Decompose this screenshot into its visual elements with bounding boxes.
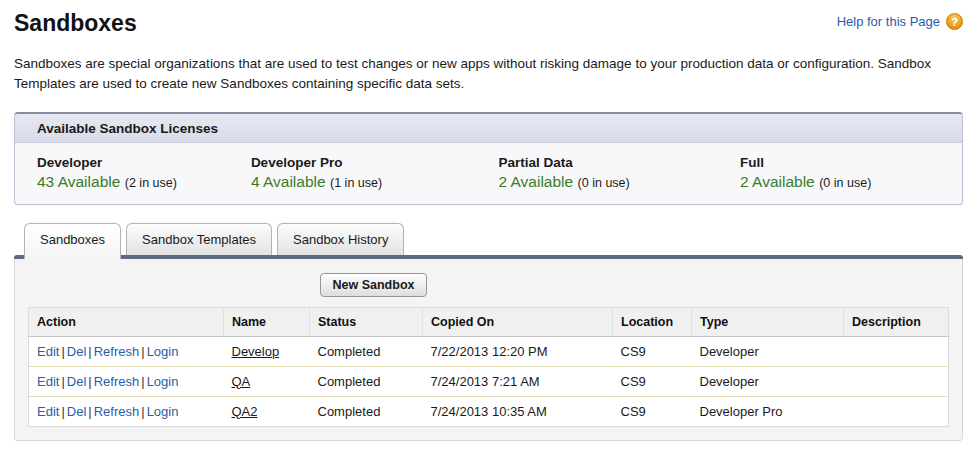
licenses-list: Developer 43 Available (2 in use) Develo… — [15, 143, 962, 204]
refresh-link[interactable]: Refresh — [94, 374, 140, 389]
column-header-action: Action — [29, 307, 224, 336]
column-header-type: Type — [692, 307, 844, 336]
available-licenses-box: Available Sandbox Licenses Developer 43 … — [14, 112, 963, 205]
page-header: Sandboxes Help for this Page ? — [14, 8, 963, 37]
action-cell: Edit|Del|Refresh|Login — [29, 396, 224, 426]
del-link[interactable]: Del — [67, 404, 87, 419]
action-separator: | — [59, 374, 66, 389]
edit-link[interactable]: Edit — [37, 374, 59, 389]
copied-on-cell: 7/24/2013 10:35 AM — [423, 396, 613, 426]
page-title: Sandboxes — [14, 10, 137, 37]
login-link[interactable]: Login — [147, 404, 179, 419]
tab[interactable]: Sandbox Templates — [126, 223, 272, 255]
license-item: Developer 43 Available (2 in use) — [37, 155, 251, 191]
location-cell: CS9 — [613, 366, 692, 396]
copied-on-cell: 7/24/2013 7:21 AM — [423, 366, 613, 396]
license-available-count: 2 Available — [498, 173, 573, 190]
sandbox-name-link[interactable]: QA2 — [232, 404, 258, 419]
licenses-box-title: Available Sandbox Licenses — [15, 114, 962, 143]
location-cell: CS9 — [613, 396, 692, 426]
tab-strip-underline — [14, 255, 963, 259]
action-separator: | — [86, 404, 93, 419]
sandbox-name-link[interactable]: QA — [232, 374, 251, 389]
action-separator: | — [59, 404, 66, 419]
license-type-label: Developer — [37, 155, 251, 170]
login-link[interactable]: Login — [147, 344, 179, 359]
toolbar: New Sandbox — [28, 271, 949, 307]
refresh-link[interactable]: Refresh — [94, 344, 140, 359]
action-separator: | — [59, 344, 66, 359]
action-cell: Edit|Del|Refresh|Login — [29, 366, 224, 396]
license-in-use-count: (0 in use) — [819, 176, 871, 190]
help-link[interactable]: Help for this Page — [837, 14, 940, 29]
refresh-link[interactable]: Refresh — [94, 404, 140, 419]
license-available-count: 4 Available — [251, 173, 326, 190]
copied-on-cell: 7/22/2013 12:20 PM — [423, 336, 613, 366]
action-separator: | — [86, 344, 93, 359]
table-row: Edit|Del|Refresh|Login QA Completed 7/24… — [29, 366, 949, 396]
column-header-name: Name — [224, 307, 310, 336]
action-separator: | — [86, 374, 93, 389]
table-row: Edit|Del|Refresh|Login QA2 Completed 7/2… — [29, 396, 949, 426]
license-type-label: Partial Data — [498, 155, 740, 170]
page-description: Sandboxes are special organizations that… — [14, 54, 959, 95]
action-separator: | — [139, 404, 146, 419]
location-cell: CS9 — [613, 336, 692, 366]
tab[interactable]: Sandbox History — [277, 223, 404, 255]
type-cell: Developer — [692, 336, 844, 366]
status-cell: Completed — [310, 396, 423, 426]
column-header-status: Status — [310, 307, 423, 336]
login-link[interactable]: Login — [147, 374, 179, 389]
license-in-use-count: (0 in use) — [578, 176, 630, 190]
sandbox-name-link[interactable]: Develop — [232, 344, 280, 359]
column-header-copied-on: Copied On — [423, 307, 613, 336]
table-body: Edit|Del|Refresh|Login Develop Completed… — [29, 336, 949, 426]
sandboxes-tab-panel: New Sandbox Action Name Status Copied On… — [14, 259, 963, 441]
question-mark-icon[interactable]: ? — [946, 13, 963, 30]
type-cell: Developer Pro — [692, 396, 844, 426]
action-separator: | — [139, 344, 146, 359]
del-link[interactable]: Del — [67, 344, 87, 359]
column-header-location: Location — [613, 307, 692, 336]
new-sandbox-button[interactable]: New Sandbox — [320, 273, 428, 297]
license-type-label: Developer Pro — [251, 155, 499, 170]
action-cell: Edit|Del|Refresh|Login — [29, 336, 224, 366]
table-header-row: Action Name Status Copied On Location Ty… — [29, 307, 949, 336]
status-cell: Completed — [310, 336, 423, 366]
license-type-label: Full — [740, 155, 948, 170]
description-cell — [844, 366, 949, 396]
sandbox-table: Action Name Status Copied On Location Ty… — [28, 307, 949, 427]
license-in-use-count: (2 in use) — [125, 176, 177, 190]
table-row: Edit|Del|Refresh|Login Develop Completed… — [29, 336, 949, 366]
tab[interactable]: Sandboxes — [24, 223, 121, 259]
license-in-use-count: (1 in use) — [330, 176, 382, 190]
tab-strip: Sandboxes Sandbox Templates Sandbox Hist… — [14, 223, 963, 255]
description-cell — [844, 336, 949, 366]
license-available-count: 2 Available — [740, 173, 815, 190]
description-cell — [844, 396, 949, 426]
column-header-description: Description — [844, 307, 949, 336]
edit-link[interactable]: Edit — [37, 344, 59, 359]
help-area: Help for this Page ? — [837, 13, 963, 30]
license-item: Partial Data 2 Available (0 in use) — [498, 155, 740, 191]
license-item: Full 2 Available (0 in use) — [740, 155, 948, 191]
edit-link[interactable]: Edit — [37, 404, 59, 419]
license-available-count: 43 Available — [37, 173, 120, 190]
type-cell: Developer — [692, 366, 844, 396]
status-cell: Completed — [310, 366, 423, 396]
action-separator: | — [139, 374, 146, 389]
del-link[interactable]: Del — [67, 374, 87, 389]
license-item: Developer Pro 4 Available (1 in use) — [251, 155, 499, 191]
